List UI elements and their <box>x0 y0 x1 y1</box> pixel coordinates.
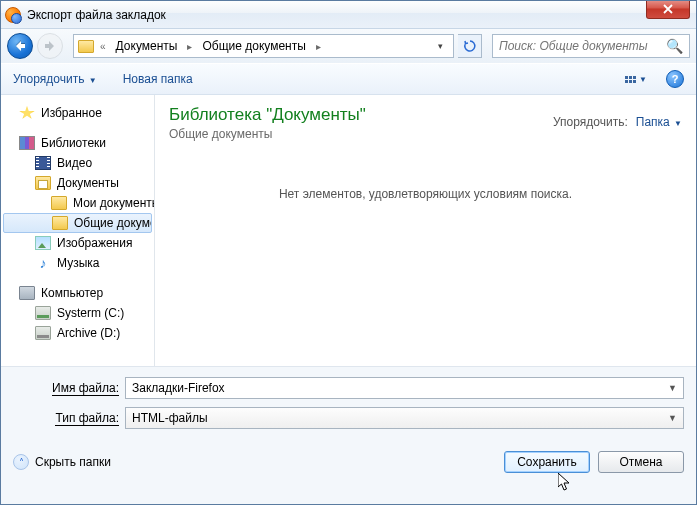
firefox-icon <box>5 7 21 23</box>
refresh-icon <box>463 39 477 53</box>
sidebar-label: Archive (D:) <box>57 326 120 340</box>
breadcrumb-public-documents[interactable]: Общие документы <box>198 37 309 55</box>
search-box[interactable]: 🔍 <box>492 34 690 58</box>
library-subtitle: Общие документы <box>169 127 682 141</box>
filename-input[interactable] <box>132 381 662 395</box>
sidebar-drive-c[interactable]: Systerm (C:) <box>1 303 154 323</box>
window-title: Экспорт файла закладок <box>27 8 166 22</box>
sidebar-my-documents[interactable]: Мои документы <box>1 193 154 213</box>
arrow-left-icon <box>13 39 27 53</box>
sidebar-label: Библиотеки <box>41 136 106 150</box>
sidebar-label: Мои документы <box>73 196 154 210</box>
hide-folders-link[interactable]: ˄ Скрыть папки <box>13 454 111 470</box>
music-icon: ♪ <box>35 256 51 270</box>
video-icon <box>35 156 51 170</box>
content-pane: Библиотека "Документы" Общие документы У… <box>155 95 696 366</box>
sidebar-computer[interactable]: Компьютер <box>1 283 154 303</box>
search-icon[interactable]: 🔍 <box>666 38 683 54</box>
bottom-panel: Имя файла: ▼ Тип файла: HTML-файлы ▼ ˄ С… <box>1 366 696 505</box>
sidebar-drive-d[interactable]: Archive (D:) <box>1 323 154 343</box>
empty-message: Нет элементов, удовлетворяющих условиям … <box>169 187 682 201</box>
sidebar-label: Изображения <box>57 236 132 250</box>
button-row: ˄ Скрыть папки Сохранить Отмена <box>13 451 684 473</box>
cancel-label: Отмена <box>619 455 662 469</box>
sidebar-label: Документы <box>57 176 119 190</box>
sidebar-favorites[interactable]: Избранное <box>1 103 154 123</box>
sidebar-public-documents[interactable]: Общие документы <box>3 213 152 233</box>
breadcrumb-documents[interactable]: Документы <box>112 37 182 55</box>
images-icon <box>35 236 51 250</box>
toolbar: Упорядочить ▼ Новая папка ▼ ? <box>1 63 696 95</box>
sort-area: Упорядочить: Папка ▼ <box>553 115 682 129</box>
documents-icon <box>35 176 51 190</box>
sort-value: Папка <box>636 115 670 129</box>
sidebar-images[interactable]: Изображения <box>1 233 154 253</box>
chevron-right-icon: ▸ <box>314 41 323 52</box>
arrow-right-icon <box>43 39 57 53</box>
chevron-right-icon: ▸ <box>185 41 194 52</box>
filename-label: Имя файла: <box>13 381 125 396</box>
sort-dropdown[interactable]: Папка ▼ <box>636 115 682 129</box>
forward-button[interactable] <box>37 33 63 59</box>
refresh-button[interactable] <box>458 34 482 58</box>
sidebar-label: Избранное <box>41 106 102 120</box>
close-button[interactable] <box>646 0 690 19</box>
sidebar-documents[interactable]: Документы <box>1 173 154 193</box>
sidebar-label: Музыка <box>57 256 99 270</box>
chevron-down-icon: ▼ <box>662 413 677 423</box>
sidebar-music[interactable]: ♪Музыка <box>1 253 154 273</box>
hide-folders-label: Скрыть папки <box>35 455 111 469</box>
chevron-down-icon: ▼ <box>674 119 682 128</box>
filename-field-wrap: ▼ <box>125 377 684 399</box>
cancel-button[interactable]: Отмена <box>598 451 684 473</box>
sidebar-libraries[interactable]: Библиотеки <box>1 133 154 153</box>
sidebar-label: Компьютер <box>41 286 103 300</box>
close-icon <box>663 4 673 14</box>
chevron-down-icon: ▼ <box>639 75 647 84</box>
help-button[interactable]: ? <box>666 70 684 88</box>
organize-menu[interactable]: Упорядочить ▼ <box>13 72 97 86</box>
chevron-left-icon: « <box>98 41 108 52</box>
new-folder-button[interactable]: Новая папка <box>123 72 193 86</box>
back-button[interactable] <box>7 33 33 59</box>
search-input[interactable] <box>499 39 666 53</box>
sidebar-label: Systerm (C:) <box>57 306 124 320</box>
computer-icon <box>19 286 35 300</box>
titlebar: Экспорт файла закладок <box>1 1 696 29</box>
drive-icon <box>35 306 51 320</box>
drive-icon <box>35 326 51 340</box>
view-mode-button[interactable]: ▼ <box>620 69 652 89</box>
sidebar-label: Общие документы <box>74 216 152 230</box>
address-dropdown[interactable]: ▾ <box>432 41 449 51</box>
save-label: Сохранить <box>517 455 577 469</box>
filetype-row: Тип файла: HTML-файлы ▼ <box>13 407 684 429</box>
sidebar-label: Видео <box>57 156 92 170</box>
star-icon <box>19 106 35 120</box>
filetype-combo[interactable]: HTML-файлы ▼ <box>125 407 684 429</box>
sidebar: Избранное Библиотеки Видео Документы Мои… <box>1 95 155 366</box>
folder-icon <box>52 216 68 230</box>
organize-label: Упорядочить <box>13 72 84 86</box>
sidebar-video[interactable]: Видео <box>1 153 154 173</box>
libraries-icon <box>19 136 35 150</box>
folder-icon <box>78 40 94 53</box>
save-button[interactable]: Сохранить <box>504 451 590 473</box>
view-grid-icon <box>625 76 636 83</box>
folder-icon <box>51 196 67 210</box>
chevron-up-icon: ˄ <box>13 454 29 470</box>
address-bar[interactable]: « Документы ▸ Общие документы ▸ ▾ <box>73 34 454 58</box>
filename-row: Имя файла: ▼ <box>13 377 684 399</box>
filetype-label: Тип файла: <box>13 411 125 426</box>
navbar: « Документы ▸ Общие документы ▸ ▾ 🔍 <box>1 29 696 63</box>
filetype-value: HTML-файлы <box>132 411 662 425</box>
body: Избранное Библиотеки Видео Документы Мои… <box>1 95 696 366</box>
sort-label: Упорядочить: <box>553 115 628 129</box>
filename-dropdown[interactable]: ▼ <box>662 383 677 393</box>
chevron-down-icon: ▼ <box>89 76 97 85</box>
